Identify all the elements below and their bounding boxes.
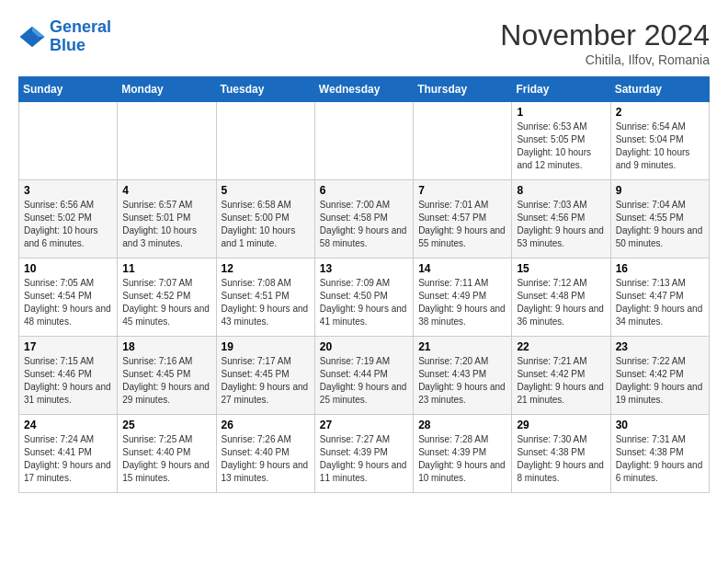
calendar-table: SundayMondayTuesdayWednesdayThursdayFrid… (18, 76, 710, 493)
calendar-cell: 2Sunrise: 6:54 AM Sunset: 5:04 PM Daylig… (610, 102, 709, 180)
calendar-cell: 25Sunrise: 7:25 AM Sunset: 4:40 PM Dayli… (118, 415, 216, 493)
day-info: Sunrise: 7:12 AM Sunset: 4:48 PM Dayligh… (517, 277, 605, 328)
day-info: Sunrise: 7:00 AM Sunset: 4:58 PM Dayligh… (320, 199, 408, 250)
day-number: 6 (320, 184, 408, 197)
calendar-cell (216, 102, 314, 180)
day-info: Sunrise: 7:17 AM Sunset: 4:45 PM Dayligh… (222, 355, 310, 407)
calendar-cell: 4Sunrise: 6:57 AM Sunset: 5:01 PM Daylig… (118, 180, 216, 259)
calendar-cell: 27Sunrise: 7:27 AM Sunset: 4:39 PM Dayli… (314, 415, 413, 493)
weekday-header: Saturday (610, 77, 709, 102)
day-number: 7 (418, 184, 506, 197)
day-info: Sunrise: 6:58 AM Sunset: 5:00 PM Dayligh… (222, 199, 310, 250)
day-info: Sunrise: 6:53 AM Sunset: 5:05 PM Dayligh… (517, 121, 605, 172)
day-number: 14 (418, 262, 506, 275)
day-info: Sunrise: 7:28 AM Sunset: 4:39 PM Dayligh… (418, 433, 506, 485)
day-info: Sunrise: 7:09 AM Sunset: 4:50 PM Dayligh… (320, 277, 408, 328)
calendar-cell (118, 102, 216, 180)
day-info: Sunrise: 7:13 AM Sunset: 4:47 PM Dayligh… (616, 277, 704, 328)
day-info: Sunrise: 7:03 AM Sunset: 4:56 PM Dayligh… (517, 199, 605, 250)
day-info: Sunrise: 7:25 AM Sunset: 4:40 PM Dayligh… (122, 433, 210, 485)
calendar-cell: 8Sunrise: 7:03 AM Sunset: 4:56 PM Daylig… (512, 180, 610, 259)
calendar-cell: 29Sunrise: 7:30 AM Sunset: 4:38 PM Dayli… (512, 415, 610, 493)
calendar-cell: 12Sunrise: 7:08 AM Sunset: 4:51 PM Dayli… (216, 259, 314, 337)
day-number: 15 (517, 262, 605, 275)
location: Chitila, Ilfov, Romania (500, 52, 710, 67)
calendar-cell: 23Sunrise: 7:22 AM Sunset: 4:42 PM Dayli… (610, 337, 709, 415)
logo-icon (18, 23, 46, 51)
day-number: 20 (320, 340, 408, 353)
logo: General Blue (18, 18, 111, 55)
calendar-cell: 20Sunrise: 7:19 AM Sunset: 4:44 PM Dayli… (314, 337, 413, 415)
day-info: Sunrise: 7:30 AM Sunset: 4:38 PM Dayligh… (517, 433, 605, 485)
calendar-header: SundayMondayTuesdayWednesdayThursdayFrid… (19, 77, 710, 102)
day-number: 25 (122, 419, 210, 431)
calendar-cell: 22Sunrise: 7:21 AM Sunset: 4:42 PM Dayli… (512, 337, 610, 415)
calendar-cell: 14Sunrise: 7:11 AM Sunset: 4:49 PM Dayli… (414, 259, 512, 337)
day-info: Sunrise: 7:26 AM Sunset: 4:40 PM Dayligh… (222, 433, 310, 485)
day-number: 29 (517, 419, 605, 431)
calendar-week-row: 10Sunrise: 7:05 AM Sunset: 4:54 PM Dayli… (19, 259, 710, 337)
day-info: Sunrise: 7:27 AM Sunset: 4:39 PM Dayligh… (320, 433, 408, 485)
calendar-cell: 16Sunrise: 7:13 AM Sunset: 4:47 PM Dayli… (610, 259, 709, 337)
day-info: Sunrise: 7:31 AM Sunset: 4:38 PM Dayligh… (616, 433, 704, 485)
day-number: 11 (122, 262, 210, 275)
logo-line1: General (50, 17, 111, 36)
calendar-cell: 11Sunrise: 7:07 AM Sunset: 4:52 PM Dayli… (118, 259, 216, 337)
calendar-cell: 9Sunrise: 7:04 AM Sunset: 4:55 PM Daylig… (610, 180, 709, 259)
day-info: Sunrise: 7:20 AM Sunset: 4:43 PM Dayligh… (418, 355, 506, 407)
calendar-cell: 13Sunrise: 7:09 AM Sunset: 4:50 PM Dayli… (314, 259, 413, 337)
day-number: 30 (616, 419, 704, 431)
day-number: 4 (122, 184, 210, 197)
calendar-cell: 19Sunrise: 7:17 AM Sunset: 4:45 PM Dayli… (216, 337, 314, 415)
day-number: 9 (616, 184, 704, 197)
title-area: November 2024 Chitila, Ilfov, Romania (500, 18, 710, 67)
day-number: 12 (222, 262, 310, 275)
logo-text: General Blue (50, 18, 111, 55)
day-number: 18 (122, 340, 210, 353)
day-number: 23 (616, 340, 704, 353)
day-number: 26 (222, 419, 310, 431)
calendar-cell: 18Sunrise: 7:16 AM Sunset: 4:45 PM Dayli… (118, 337, 216, 415)
calendar-cell: 15Sunrise: 7:12 AM Sunset: 4:48 PM Dayli… (512, 259, 610, 337)
day-number: 8 (517, 184, 605, 197)
calendar-cell (414, 102, 512, 180)
month-title: November 2024 (500, 18, 710, 52)
calendar-week-row: 17Sunrise: 7:15 AM Sunset: 4:46 PM Dayli… (19, 337, 710, 415)
day-info: Sunrise: 7:21 AM Sunset: 4:42 PM Dayligh… (517, 355, 605, 407)
day-info: Sunrise: 7:01 AM Sunset: 4:57 PM Dayligh… (418, 199, 506, 250)
calendar-cell: 26Sunrise: 7:26 AM Sunset: 4:40 PM Dayli… (216, 415, 314, 493)
day-info: Sunrise: 7:22 AM Sunset: 4:42 PM Dayligh… (616, 355, 704, 407)
weekday-header: Sunday (19, 77, 118, 102)
calendar-cell: 24Sunrise: 7:24 AM Sunset: 4:41 PM Dayli… (19, 415, 118, 493)
day-info: Sunrise: 7:11 AM Sunset: 4:49 PM Dayligh… (418, 277, 506, 328)
day-number: 22 (517, 340, 605, 353)
day-number: 16 (616, 262, 704, 275)
calendar-cell: 30Sunrise: 7:31 AM Sunset: 4:38 PM Dayli… (610, 415, 709, 493)
calendar-cell: 21Sunrise: 7:20 AM Sunset: 4:43 PM Dayli… (414, 337, 512, 415)
day-number: 5 (222, 184, 310, 197)
day-info: Sunrise: 7:08 AM Sunset: 4:51 PM Dayligh… (222, 277, 310, 328)
day-info: Sunrise: 6:54 AM Sunset: 5:04 PM Dayligh… (616, 121, 704, 172)
weekday-header: Tuesday (216, 77, 314, 102)
day-number: 3 (24, 184, 112, 197)
day-number: 10 (24, 262, 112, 275)
calendar-cell (314, 102, 413, 180)
calendar-cell: 5Sunrise: 6:58 AM Sunset: 5:00 PM Daylig… (216, 180, 314, 259)
weekday-header: Monday (118, 77, 216, 102)
day-number: 28 (418, 419, 506, 431)
weekday-header-row: SundayMondayTuesdayWednesdayThursdayFrid… (19, 77, 710, 102)
day-info: Sunrise: 7:05 AM Sunset: 4:54 PM Dayligh… (24, 277, 112, 328)
calendar-cell (19, 102, 118, 180)
day-info: Sunrise: 7:04 AM Sunset: 4:55 PM Dayligh… (616, 199, 704, 250)
calendar-week-row: 1Sunrise: 6:53 AM Sunset: 5:05 PM Daylig… (19, 102, 710, 180)
calendar-cell: 6Sunrise: 7:00 AM Sunset: 4:58 PM Daylig… (314, 180, 413, 259)
day-info: Sunrise: 7:19 AM Sunset: 4:44 PM Dayligh… (320, 355, 408, 407)
calendar-week-row: 24Sunrise: 7:24 AM Sunset: 4:41 PM Dayli… (19, 415, 710, 493)
calendar-cell: 1Sunrise: 6:53 AM Sunset: 5:05 PM Daylig… (512, 102, 610, 180)
calendar-cell: 17Sunrise: 7:15 AM Sunset: 4:46 PM Dayli… (19, 337, 118, 415)
day-info: Sunrise: 7:16 AM Sunset: 4:45 PM Dayligh… (122, 355, 210, 407)
weekday-header: Thursday (414, 77, 512, 102)
weekday-header: Wednesday (314, 77, 413, 102)
day-info: Sunrise: 7:07 AM Sunset: 4:52 PM Dayligh… (122, 277, 210, 328)
calendar-cell: 28Sunrise: 7:28 AM Sunset: 4:39 PM Dayli… (414, 415, 512, 493)
